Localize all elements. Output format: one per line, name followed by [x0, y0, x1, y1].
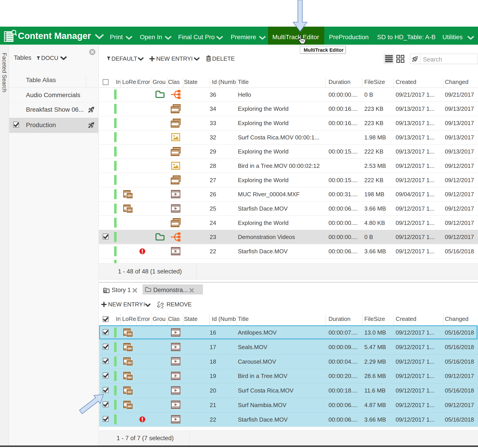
- svg-text:S: S: [105, 290, 106, 292]
